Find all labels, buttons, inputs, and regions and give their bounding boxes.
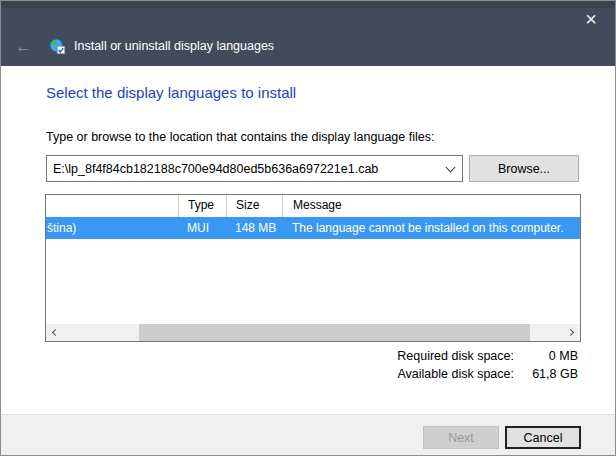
chevron-down-icon [445, 162, 455, 172]
language-size-cell: 148 MB [226, 221, 282, 235]
location-label: Type or browse to the location that cont… [46, 130, 434, 144]
install-display-languages-dialog: × ← Install or uninstall display languag… [0, 0, 616, 456]
column-header-name[interactable] [46, 195, 178, 217]
close-icon: × [585, 9, 597, 29]
combobox-dropdown-button[interactable] [438, 156, 462, 181]
language-name-cell: ština) [46, 221, 178, 235]
available-disk-space-label: Available disk space: [397, 367, 514, 381]
language-message-cell: The language cannot be installed on this… [282, 221, 580, 235]
language-list[interactable]: Type Size Message ština) MUI 148 MB The … [45, 194, 581, 342]
titlebar-top-strip [1, 1, 615, 8]
browse-button-label: Browse... [498, 162, 550, 176]
location-combobox[interactable] [46, 155, 463, 182]
chevron-right-icon [567, 329, 574, 336]
available-disk-space-value: 61,8 GB [514, 367, 578, 381]
required-disk-space-row: Required disk space: 0 MB [397, 349, 578, 363]
required-disk-space-value: 0 MB [514, 349, 578, 363]
disk-space-summary: Required disk space: 0 MB Available disk… [397, 349, 578, 385]
required-disk-space-label: Required disk space: [397, 349, 514, 363]
cancel-button-label: Cancel [524, 431, 563, 445]
scroll-right-button[interactable] [563, 324, 580, 341]
footer-bar: Next Cancel [1, 414, 615, 455]
back-button[interactable]: ← [15, 38, 32, 55]
chevron-left-icon [52, 329, 59, 336]
page-title: Select the display languages to install [46, 84, 296, 101]
location-input[interactable] [47, 156, 438, 181]
language-type-cell: MUI [178, 221, 226, 235]
next-button-label: Next [448, 431, 474, 445]
window-title: Install or uninstall display languages [74, 39, 274, 53]
display-language-globe-icon [49, 38, 65, 54]
navigation-row: ← Install or uninstall display languages [1, 30, 615, 62]
table-row[interactable]: ština) MUI 148 MB The language cannot be… [46, 217, 580, 239]
browse-button[interactable]: Browse... [469, 155, 579, 182]
titlebar: × ← Install or uninstall display languag… [1, 1, 615, 66]
list-header: Type Size Message [46, 195, 580, 217]
column-header-size[interactable]: Size [226, 195, 282, 217]
available-disk-space-row: Available disk space: 61,8 GB [397, 367, 578, 381]
horizontal-scrollbar[interactable] [46, 324, 580, 341]
column-header-type[interactable]: Type [178, 195, 226, 217]
column-header-message[interactable]: Message [282, 195, 580, 217]
scrollbar-thumb[interactable] [139, 324, 530, 341]
cancel-button[interactable]: Cancel [505, 426, 581, 449]
scroll-left-button[interactable] [46, 324, 63, 341]
close-button[interactable]: × [575, 5, 607, 33]
next-button[interactable]: Next [423, 426, 499, 449]
